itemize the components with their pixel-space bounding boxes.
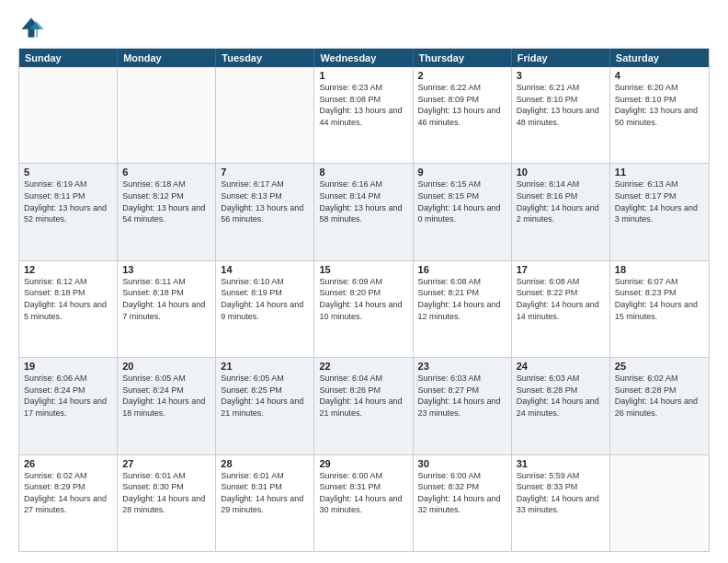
- day-cell-13: 13Sunrise: 6:11 AMSunset: 8:18 PMDayligh…: [118, 261, 216, 357]
- day-number: 31: [517, 458, 605, 469]
- day-cell-5: 5Sunrise: 6:19 AMSunset: 8:11 PMDaylight…: [19, 164, 118, 259]
- empty-cell: [118, 67, 216, 163]
- day-cell-30: 30Sunrise: 6:00 AMSunset: 8:32 PMDayligh…: [414, 455, 512, 551]
- page: SundayMondayTuesdayWednesdayThursdayFrid…: [0, 0, 728, 563]
- logo-icon: [18, 15, 44, 40]
- day-info: Sunrise: 6:09 AMSunset: 8:20 PMDaylight:…: [319, 276, 407, 322]
- day-info: Sunrise: 6:12 AMSunset: 8:18 PMDaylight:…: [24, 276, 112, 322]
- day-number: 24: [517, 361, 605, 372]
- day-cell-20: 20Sunrise: 6:05 AMSunset: 8:24 PMDayligh…: [118, 358, 216, 454]
- day-info: Sunrise: 6:22 AMSunset: 8:09 PMDaylight:…: [418, 82, 506, 128]
- day-cell-7: 7Sunrise: 6:17 AMSunset: 8:13 PMDaylight…: [216, 164, 314, 259]
- day-info: Sunrise: 6:01 AMSunset: 8:31 PMDaylight:…: [221, 470, 309, 516]
- header-day-tuesday: Tuesday: [216, 49, 314, 67]
- day-number: 14: [221, 264, 309, 275]
- logo: [18, 15, 48, 40]
- header: [18, 15, 710, 40]
- day-cell-26: 26Sunrise: 6:02 AMSunset: 8:29 PMDayligh…: [19, 455, 118, 551]
- day-info: Sunrise: 6:07 AMSunset: 8:23 PMDaylight:…: [615, 276, 704, 322]
- day-cell-9: 9Sunrise: 6:15 AMSunset: 8:15 PMDaylight…: [414, 164, 512, 259]
- day-number: 13: [122, 264, 210, 275]
- day-cell-21: 21Sunrise: 6:05 AMSunset: 8:25 PMDayligh…: [216, 358, 314, 454]
- day-number: 20: [122, 361, 210, 372]
- day-cell-15: 15Sunrise: 6:09 AMSunset: 8:20 PMDayligh…: [314, 261, 413, 357]
- day-info: Sunrise: 6:02 AMSunset: 8:28 PMDaylight:…: [615, 373, 704, 419]
- header-day-thursday: Thursday: [414, 49, 512, 67]
- calendar-week-3: 12Sunrise: 6:12 AMSunset: 8:18 PMDayligh…: [19, 260, 709, 357]
- day-cell-17: 17Sunrise: 6:08 AMSunset: 8:22 PMDayligh…: [512, 261, 610, 357]
- day-cell-22: 22Sunrise: 6:04 AMSunset: 8:26 PMDayligh…: [314, 358, 413, 454]
- header-day-saturday: Saturday: [610, 49, 709, 67]
- day-number: 26: [24, 458, 112, 469]
- day-number: 7: [221, 167, 309, 178]
- header-day-monday: Monday: [118, 49, 216, 67]
- day-number: 25: [615, 361, 704, 372]
- day-info: Sunrise: 6:05 AMSunset: 8:25 PMDaylight:…: [221, 373, 309, 419]
- day-cell-1: 1Sunrise: 6:23 AMSunset: 8:08 PMDaylight…: [314, 67, 413, 163]
- day-cell-3: 3Sunrise: 6:21 AMSunset: 8:10 PMDaylight…: [512, 67, 610, 163]
- day-cell-6: 6Sunrise: 6:18 AMSunset: 8:12 PMDaylight…: [118, 164, 216, 259]
- day-info: Sunrise: 6:13 AMSunset: 8:17 PMDaylight:…: [615, 178, 704, 224]
- calendar-week-1: 1Sunrise: 6:23 AMSunset: 8:08 PMDaylight…: [19, 67, 709, 163]
- day-info: Sunrise: 6:03 AMSunset: 8:28 PMDaylight:…: [517, 373, 605, 419]
- day-number: 29: [319, 458, 407, 469]
- day-number: 30: [418, 458, 506, 469]
- day-info: Sunrise: 6:08 AMSunset: 8:22 PMDaylight:…: [517, 276, 605, 322]
- day-cell-18: 18Sunrise: 6:07 AMSunset: 8:23 PMDayligh…: [610, 261, 709, 357]
- day-cell-12: 12Sunrise: 6:12 AMSunset: 8:18 PMDayligh…: [19, 261, 118, 357]
- header-day-friday: Friday: [512, 49, 610, 67]
- day-number: 15: [319, 264, 407, 275]
- day-info: Sunrise: 6:01 AMSunset: 8:30 PMDaylight:…: [122, 470, 210, 516]
- day-info: Sunrise: 6:06 AMSunset: 8:24 PMDaylight:…: [24, 373, 112, 419]
- day-info: Sunrise: 6:03 AMSunset: 8:27 PMDaylight:…: [418, 373, 506, 419]
- day-cell-11: 11Sunrise: 6:13 AMSunset: 8:17 PMDayligh…: [610, 164, 709, 259]
- day-info: Sunrise: 6:16 AMSunset: 8:14 PMDaylight:…: [319, 178, 407, 224]
- day-cell-25: 25Sunrise: 6:02 AMSunset: 8:28 PMDayligh…: [610, 358, 709, 454]
- header-day-wednesday: Wednesday: [314, 49, 413, 67]
- empty-cell: [610, 455, 709, 551]
- day-info: Sunrise: 5:59 AMSunset: 8:33 PMDaylight:…: [517, 470, 605, 516]
- day-cell-29: 29Sunrise: 6:00 AMSunset: 8:31 PMDayligh…: [314, 455, 413, 551]
- day-info: Sunrise: 6:23 AMSunset: 8:08 PMDaylight:…: [319, 82, 407, 128]
- day-cell-4: 4Sunrise: 6:20 AMSunset: 8:10 PMDaylight…: [610, 67, 709, 163]
- day-cell-16: 16Sunrise: 6:08 AMSunset: 8:21 PMDayligh…: [414, 261, 512, 357]
- day-cell-19: 19Sunrise: 6:06 AMSunset: 8:24 PMDayligh…: [19, 358, 118, 454]
- calendar-week-2: 5Sunrise: 6:19 AMSunset: 8:11 PMDaylight…: [19, 163, 709, 259]
- day-cell-23: 23Sunrise: 6:03 AMSunset: 8:27 PMDayligh…: [414, 358, 512, 454]
- day-number: 22: [319, 361, 407, 372]
- day-cell-14: 14Sunrise: 6:10 AMSunset: 8:19 PMDayligh…: [216, 261, 314, 357]
- header-day-sunday: Sunday: [19, 49, 118, 67]
- day-number: 16: [418, 264, 506, 275]
- day-number: 23: [418, 361, 506, 372]
- calendar-week-5: 26Sunrise: 6:02 AMSunset: 8:29 PMDayligh…: [19, 454, 709, 551]
- calendar-week-4: 19Sunrise: 6:06 AMSunset: 8:24 PMDayligh…: [19, 357, 709, 454]
- day-info: Sunrise: 6:18 AMSunset: 8:12 PMDaylight:…: [122, 178, 210, 224]
- day-cell-27: 27Sunrise: 6:01 AMSunset: 8:30 PMDayligh…: [118, 455, 216, 551]
- day-info: Sunrise: 6:08 AMSunset: 8:21 PMDaylight:…: [418, 276, 506, 322]
- empty-cell: [19, 67, 118, 163]
- day-number: 21: [221, 361, 309, 372]
- day-cell-10: 10Sunrise: 6:14 AMSunset: 8:16 PMDayligh…: [512, 164, 610, 259]
- day-number: 1: [319, 70, 407, 81]
- day-info: Sunrise: 6:17 AMSunset: 8:13 PMDaylight:…: [221, 178, 309, 224]
- day-info: Sunrise: 6:00 AMSunset: 8:32 PMDaylight:…: [418, 470, 506, 516]
- day-info: Sunrise: 6:10 AMSunset: 8:19 PMDaylight:…: [221, 276, 309, 322]
- day-number: 27: [122, 458, 210, 469]
- day-info: Sunrise: 6:14 AMSunset: 8:16 PMDaylight:…: [517, 178, 605, 224]
- calendar: SundayMondayTuesdayWednesdayThursdayFrid…: [18, 48, 710, 552]
- day-info: Sunrise: 6:11 AMSunset: 8:18 PMDaylight:…: [122, 276, 210, 322]
- day-info: Sunrise: 6:05 AMSunset: 8:24 PMDaylight:…: [122, 373, 210, 419]
- day-number: 18: [615, 264, 704, 275]
- day-cell-24: 24Sunrise: 6:03 AMSunset: 8:28 PMDayligh…: [512, 358, 610, 454]
- day-cell-2: 2Sunrise: 6:22 AMSunset: 8:09 PMDaylight…: [414, 67, 512, 163]
- day-info: Sunrise: 6:20 AMSunset: 8:10 PMDaylight:…: [615, 82, 704, 128]
- day-number: 10: [517, 167, 605, 178]
- day-info: Sunrise: 6:19 AMSunset: 8:11 PMDaylight:…: [24, 178, 112, 224]
- day-number: 6: [122, 167, 210, 178]
- empty-cell: [216, 67, 314, 163]
- day-number: 4: [615, 70, 704, 81]
- day-info: Sunrise: 6:15 AMSunset: 8:15 PMDaylight:…: [418, 178, 506, 224]
- day-number: 2: [418, 70, 506, 81]
- day-info: Sunrise: 6:04 AMSunset: 8:26 PMDaylight:…: [319, 373, 407, 419]
- day-number: 3: [517, 70, 605, 81]
